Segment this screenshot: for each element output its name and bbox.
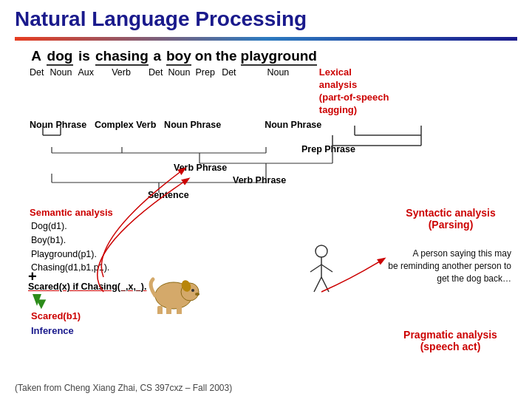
- person-image: [303, 244, 340, 303]
- sentence-area: A dog is chasing a boy on: [15, 48, 517, 130]
- tag-noun2: Noun: [166, 67, 191, 78]
- prep-phrase-label: Prep Phrase: [301, 144, 355, 154]
- sentence-label: Sentence: [148, 190, 189, 200]
- tag-det2: Det: [149, 67, 163, 78]
- svg-point-27: [195, 293, 200, 296]
- tags-row: Det Noun Aux Verb Det Noun Prep Det Noun…: [30, 66, 517, 117]
- fact-playground: Playground(p1).: [31, 248, 109, 262]
- np-label-3: Noun Phrase: [258, 120, 328, 130]
- tag-det1: Det: [30, 67, 44, 78]
- svg-rect-29: [166, 306, 171, 314]
- fact-chasing: Chasing(d1,b1,p1).: [31, 261, 109, 275]
- word-chasing: chasing: [95, 48, 149, 66]
- svg-rect-28: [157, 306, 163, 314]
- word-the: the: [216, 48, 237, 64]
- svg-line-33: [310, 265, 321, 272]
- dog-image: [144, 266, 203, 314]
- semantic-title: Semantic analysis: [30, 207, 113, 218]
- svg-point-26: [191, 289, 194, 292]
- fact-dog: Dog(d1).: [31, 219, 109, 233]
- tag-aux: Aux: [78, 67, 94, 78]
- tag-prep: Prep: [195, 67, 214, 78]
- tag-verb: Verb: [98, 67, 145, 78]
- tag-noun1: Noun: [47, 67, 74, 78]
- footer: (Taken from Cheng Xiang Zhai, CS 397cxz …: [15, 383, 232, 393]
- parse-level1: Noun Phrase Complex Verb Noun Phrase Nou…: [30, 120, 517, 130]
- word-boy: boy: [166, 48, 191, 66]
- sentence-row: A dog is chasing a boy on: [30, 48, 517, 66]
- main-content: A dog is chasing a boy on: [15, 48, 517, 130]
- word-on: on: [195, 48, 212, 64]
- word-a2: a: [152, 48, 163, 64]
- lexical-label: Lexicalanalysis(part-of-speechtagging): [319, 66, 389, 117]
- semantic-facts: Dog(d1). Boy(b1). Playground(p1). Chasin…: [31, 219, 109, 275]
- decorative-bar: [15, 37, 517, 41]
- person-saying: A person saying this maybe reminding ano…: [387, 248, 511, 284]
- page-title: Natural Language Processing: [15, 7, 517, 31]
- svg-rect-30: [177, 306, 182, 314]
- complex-verb-label: Complex Verb: [90, 120, 160, 130]
- fact-boy: Boy(b1).: [31, 233, 109, 248]
- syntactic-title: Syntactic analysis(Parsing): [392, 207, 510, 231]
- word-is: is: [77, 48, 92, 64]
- inference-label: Inference: [31, 325, 74, 336]
- vp-label-2: Verb Phrase: [233, 175, 286, 185]
- word-A: A: [30, 48, 43, 64]
- svg-point-31: [316, 245, 327, 257]
- tag-noun3: Noun: [243, 67, 313, 78]
- svg-line-36: [321, 277, 329, 292]
- np-label-2: Noun Phrase: [164, 120, 221, 130]
- scared-result: Scared(b1): [31, 310, 81, 321]
- pragmatic-title: Pragmatic analysis(speech act): [389, 329, 511, 352]
- word-playground: playground: [241, 48, 317, 66]
- page: Natural Language Processing A dog is cha…: [0, 0, 532, 399]
- svg-line-34: [321, 265, 332, 272]
- svg-line-35: [314, 277, 321, 292]
- word-dog: dog: [47, 48, 73, 66]
- np-label-1: Noun Phrase: [30, 120, 86, 130]
- tag-det3: Det: [219, 67, 239, 78]
- vp-label-1: Verb Phrase: [174, 163, 227, 173]
- scared-rule: Scared(x) if Chasing(_,x,_).: [28, 282, 146, 292]
